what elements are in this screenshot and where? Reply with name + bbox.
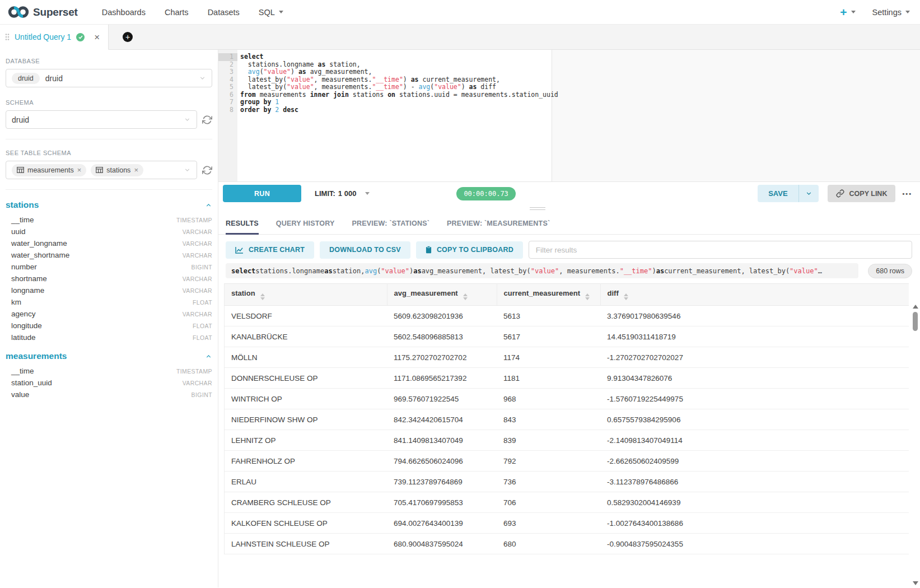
run-button[interactable]: RUN bbox=[223, 185, 301, 202]
close-icon[interactable]: × bbox=[77, 166, 82, 174]
table-cell: -0.9004837595024355 bbox=[600, 534, 909, 554]
table-cell: 5617 bbox=[497, 326, 600, 347]
editor-code[interactable]: select stations.longname as station, avg… bbox=[237, 50, 920, 181]
schema-label: SCHEMA bbox=[6, 99, 212, 106]
nav-item-dashboards[interactable]: Dashboards bbox=[102, 8, 146, 17]
schema-tables: stations__timeTIMESTAMPuuidVARCHARwater_… bbox=[0, 200, 218, 400]
table-cell: 694.0027643400139 bbox=[387, 513, 497, 534]
table-row: ERLAU739.1123789764869736-3.112378976486… bbox=[225, 472, 909, 492]
sort-icon[interactable] bbox=[624, 293, 628, 300]
results-actions: CREATE CHART DOWNLOAD TO CSV COPY TO CLI… bbox=[226, 241, 912, 259]
sort-icon[interactable] bbox=[585, 293, 590, 300]
new-item-button[interactable]: + bbox=[840, 6, 855, 18]
refresh-schema-icon[interactable] bbox=[202, 115, 212, 125]
table-row: WINTRICH OP969.576071922545968-1.5760719… bbox=[225, 389, 909, 409]
code-line[interactable]: latest_by("value", measurements."__time"… bbox=[240, 83, 920, 91]
schema-select[interactable]: druid bbox=[6, 110, 197, 129]
table-cell: 1181 bbox=[497, 368, 600, 389]
results-scrollbar[interactable] bbox=[912, 305, 918, 585]
drag-handle-icon[interactable] bbox=[5, 33, 10, 41]
code-line[interactable]: group by 1 bbox=[240, 99, 920, 106]
tab-query-history[interactable]: QUERY HISTORY bbox=[276, 213, 335, 234]
table-cell: LEHNITZ OP bbox=[225, 430, 387, 451]
database-select[interactable]: druid druid bbox=[6, 69, 212, 87]
nav-item-charts[interactable]: Charts bbox=[165, 8, 189, 17]
nav-item-datasets[interactable]: Datasets bbox=[208, 8, 240, 17]
superset-logo-icon bbox=[8, 4, 29, 20]
refresh-tables-icon[interactable] bbox=[202, 165, 212, 175]
limit-dropdown[interactable]: LIMIT: 1 000 bbox=[315, 189, 370, 198]
table-cell: 0.5829302004146939 bbox=[600, 492, 909, 513]
tab-results[interactable]: RESULTS bbox=[226, 213, 259, 234]
line-number: 6 bbox=[218, 91, 237, 99]
superset-brand[interactable]: Superset bbox=[8, 4, 78, 20]
sort-icon[interactable] bbox=[260, 293, 265, 300]
table-cell: 969.576071922545 bbox=[387, 389, 497, 409]
sql-workspace: 12345678 select stations.longname as sta… bbox=[218, 50, 920, 587]
chevron-up-icon bbox=[205, 202, 212, 209]
scroll-down-icon[interactable] bbox=[913, 581, 918, 585]
chevron-down-icon bbox=[184, 116, 191, 123]
table-cell: 739.1123789764869 bbox=[387, 472, 497, 492]
table-row: MÖLLN1175.27027027027021174-1.2702702702… bbox=[225, 347, 909, 368]
column-header-diff[interactable]: diff bbox=[600, 284, 909, 306]
tab-untitled-query-1[interactable]: Untitled Query 1 × bbox=[0, 25, 109, 50]
column-header-current_measurement[interactable]: current_measurement bbox=[497, 284, 600, 306]
table-select[interactable]: measurements × stations × bbox=[6, 161, 197, 179]
tab-preview-stations[interactable]: PREVIEW: `STATIONS` bbox=[352, 213, 430, 234]
sort-icon[interactable] bbox=[463, 293, 468, 300]
code-line[interactable]: stations.longname as station, bbox=[240, 61, 920, 69]
table-pill-measurements[interactable]: measurements × bbox=[12, 164, 86, 176]
code-line[interactable]: from measurements inner join stations on… bbox=[240, 91, 920, 99]
add-tab-button[interactable]: + bbox=[123, 32, 133, 42]
chevron-down-icon bbox=[279, 11, 283, 13]
copy-link-button[interactable]: COPY LINK bbox=[828, 185, 896, 202]
table-pill-stations[interactable]: stations × bbox=[91, 164, 143, 176]
create-chart-button[interactable]: CREATE CHART bbox=[226, 241, 314, 259]
table-cell: -1.2702702702702027 bbox=[600, 347, 909, 368]
database-value: druid bbox=[45, 74, 63, 83]
save-split-button[interactable]: SAVE bbox=[758, 185, 818, 202]
save-button[interactable]: SAVE bbox=[758, 185, 798, 202]
table-row: LEHNITZ OP841.1409813407049839-2.1409813… bbox=[225, 430, 909, 451]
code-line[interactable]: latest_by("value", measurements."__time"… bbox=[240, 76, 920, 84]
table-cell: WINTRICH OP bbox=[225, 389, 387, 409]
table-cell: 841.1409813407049 bbox=[387, 430, 497, 451]
table-cell: 792 bbox=[497, 451, 600, 472]
column-header-avg_measurement[interactable]: avg_measurement bbox=[387, 284, 497, 306]
code-line[interactable]: order by 2 desc bbox=[240, 106, 920, 114]
close-icon[interactable]: × bbox=[134, 166, 138, 174]
sql-editor[interactable]: 12345678 select stations.longname as sta… bbox=[218, 50, 920, 181]
clipboard-icon bbox=[426, 246, 432, 254]
table-section-measurements[interactable]: measurements bbox=[6, 351, 212, 361]
close-icon[interactable]: × bbox=[94, 32, 100, 42]
tab-preview-measurements[interactable]: PREVIEW: `MEASUREMENTS` bbox=[447, 213, 550, 234]
save-dropdown-button[interactable] bbox=[798, 185, 819, 202]
code-line[interactable]: select bbox=[240, 53, 920, 61]
table-row: NIEDERFINOW SHW OP842.34244206157048430.… bbox=[225, 409, 909, 430]
more-menu-button[interactable]: ••• bbox=[902, 190, 912, 197]
download-csv-button[interactable]: DOWNLOAD TO CSV bbox=[320, 241, 410, 259]
table-cell: 1175.2702702702702 bbox=[387, 347, 497, 368]
splitter-grip[interactable] bbox=[530, 207, 545, 212]
table-cell: 706 bbox=[497, 492, 600, 513]
scroll-up-icon[interactable] bbox=[913, 305, 918, 309]
table-row: DONNERSCHLEUSE OP1171.086956521739211819… bbox=[225, 368, 909, 389]
line-number: 4 bbox=[218, 76, 237, 84]
scrollbar-thumb[interactable] bbox=[913, 312, 918, 331]
nav-item-sql[interactable]: SQL bbox=[259, 8, 283, 17]
table-section-stations[interactable]: stations bbox=[6, 200, 212, 210]
copy-clipboard-button[interactable]: COPY TO CLIPBOARD bbox=[416, 241, 523, 259]
filter-results-input[interactable] bbox=[529, 241, 912, 259]
code-line[interactable]: avg("value") as avg_measurement, bbox=[240, 68, 920, 76]
table-row: VELSDORF5609.62309820193656133.376901798… bbox=[225, 306, 909, 326]
database-label: DATABASE bbox=[6, 58, 212, 64]
chevron-down-icon bbox=[905, 11, 910, 13]
table-cell: 1174 bbox=[497, 347, 600, 368]
line-number: 5 bbox=[218, 83, 237, 91]
schema-column-row: __timeTIMESTAMP bbox=[0, 214, 218, 226]
table-cell: 693 bbox=[497, 513, 600, 534]
line-number: 1 bbox=[218, 53, 237, 61]
column-header-station[interactable]: station bbox=[225, 284, 387, 306]
settings-menu[interactable]: Settings bbox=[872, 8, 910, 17]
